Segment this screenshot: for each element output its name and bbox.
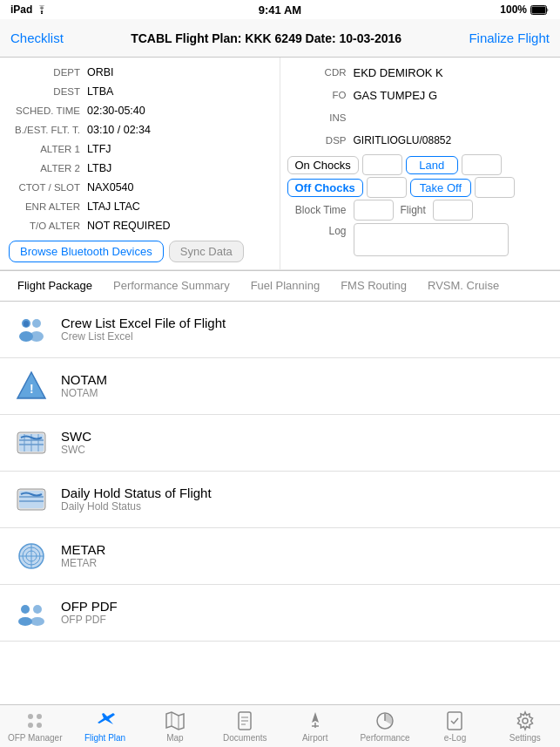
dept-label: DEPT — [9, 67, 87, 78]
list-item-metar[interactable]: METAR METAR — [0, 528, 560, 585]
battery-icon — [530, 5, 550, 15]
off-chocks-time-input[interactable] — [367, 177, 407, 198]
metar-title: METAR — [61, 542, 105, 557]
tabbar-performance-label: Performance — [360, 733, 409, 743]
tabbar-documents-label: Documents — [223, 733, 267, 743]
bluetooth-row: Browse Bluetooth Devices Sync Data — [9, 241, 271, 262]
notam-icon: ! — [12, 367, 51, 405]
cdr-value: EKD DEMIROK K — [354, 66, 443, 79]
list-item-crew-list[interactable]: Crew List Excel File of Flight Crew List… — [0, 302, 560, 358]
sync-data-button[interactable]: Sync Data — [169, 241, 244, 262]
best-label: B./EST. FLT. T. — [9, 125, 87, 135]
svg-point-35 — [37, 723, 42, 728]
plane-icon — [95, 710, 116, 731]
tab-fuel-planning[interactable]: Fuel Planning — [240, 272, 331, 299]
metar-icon — [12, 537, 51, 575]
land-time-input[interactable] — [462, 154, 502, 175]
tabbar-airport[interactable]: Airport — [280, 710, 350, 743]
browse-bluetooth-button[interactable]: Browse Bluetooth Devices — [9, 241, 164, 262]
tabbar-performance[interactable]: Performance — [350, 710, 420, 743]
tabbar-map[interactable]: Map — [140, 710, 210, 743]
dept-row: DEPT ORBI — [9, 63, 271, 82]
status-bar-left: iPad — [10, 3, 48, 16]
notam-title: NOTAM — [61, 372, 107, 387]
notam-text: NOTAM NOTAM — [61, 372, 107, 399]
take-off-time-input[interactable] — [475, 177, 515, 198]
ins-label: INS — [287, 112, 350, 123]
list-item-ofp-pdf[interactable]: OFP PDF OFP PDF — [0, 585, 560, 642]
svg-text:!: ! — [30, 382, 34, 396]
tab-flight-package[interactable]: Flight Package — [7, 272, 103, 299]
list-item-notam[interactable]: ! NOTAM NOTAM — [0, 358, 560, 415]
tabbar-map-label: Map — [166, 733, 183, 743]
block-time-input[interactable] — [354, 200, 394, 221]
tab-fms-routing[interactable]: FMS Routing — [330, 272, 417, 299]
svg-rect-2 — [532, 6, 546, 13]
status-bar: iPad 9:41 AM 100% — [0, 0, 560, 19]
map-icon — [165, 710, 186, 731]
svg-point-4 — [32, 319, 41, 328]
status-bar-time: 9:41 AM — [259, 3, 301, 17]
finalize-flight-button[interactable]: Finalize Flight — [469, 31, 550, 45]
tabbar-ofp-manager[interactable]: OFP Manager — [0, 710, 70, 743]
off-chocks-button[interactable]: Off Chocks — [287, 179, 363, 197]
tabs-row: Flight Package Performance Summary Fuel … — [0, 271, 560, 302]
list-item-swc[interactable]: SWC SWC — [0, 415, 560, 472]
checklist-button[interactable]: Checklist — [10, 31, 64, 45]
svg-point-31 — [30, 617, 44, 626]
tabbar-documents[interactable]: Documents — [210, 710, 280, 743]
ins-row: INS — [287, 106, 554, 129]
ofp-pdf-subtitle: OFP PDF — [61, 614, 118, 626]
take-off-button[interactable]: Take Off — [410, 179, 471, 197]
list-item-daily-hold[interactable]: Daily Hold Status of Flight Daily Hold S… — [0, 472, 560, 528]
svg-point-32 — [28, 714, 33, 719]
on-chocks-row: On Chocks Land — [287, 153, 554, 176]
cdr-row: CDR EKD DEMIROK K — [287, 61, 554, 84]
wifi-icon — [36, 5, 48, 14]
nav-title: TCABL Flight Plan: KKK 6249 Date: 10-03-… — [131, 31, 401, 45]
daily-hold-text: Daily Hold Status of Flight Daily Hold S… — [61, 486, 212, 513]
log-label: Log — [287, 223, 350, 237]
tabbar-settings[interactable]: Settings — [490, 710, 560, 743]
tabbar-flight-plan[interactable]: Flight Plan — [70, 710, 139, 743]
notam-subtitle: NOTAM — [61, 387, 107, 399]
svg-point-48 — [523, 718, 528, 723]
on-chocks-time-input[interactable] — [362, 154, 402, 175]
log-row: Log — [287, 223, 554, 256]
svg-point-6 — [30, 331, 44, 342]
to-alter-label: T/O ALTER — [9, 221, 87, 231]
daily-hold-subtitle: Daily Hold Status — [61, 500, 212, 513]
land-button[interactable]: Land — [406, 156, 458, 174]
flight-time-input[interactable] — [433, 200, 473, 221]
right-flight-info: CDR EKD DEMIROK K FO GAS TUMPEJ G INS DS… — [280, 58, 561, 269]
off-chocks-row: Off Chocks Take Off — [287, 176, 554, 199]
tabbar-airport-label: Airport — [302, 733, 327, 743]
on-chocks-button[interactable]: On Chocks — [287, 156, 359, 174]
fo-value: GAS TUMPEJ G — [354, 89, 438, 102]
best-value: 03:10 / 02:34 — [87, 124, 151, 136]
dsp-value: GIRITLIOGLU/08852 — [354, 134, 452, 146]
sched-row: SCHED. TIME 02:30-05:40 — [9, 101, 271, 120]
dest-label: DEST — [9, 86, 87, 97]
crew-list-subtitle: Crew List Excel — [61, 330, 226, 343]
device-label: iPad — [10, 3, 32, 16]
svg-point-0 — [41, 12, 43, 14]
svg-point-8 — [24, 321, 29, 326]
fo-row: FO GAS TUMPEJ G — [287, 84, 554, 106]
svg-point-28 — [21, 605, 30, 614]
dsp-row: DSP GIRITLIOGLU/08852 — [287, 129, 554, 152]
tabbar-elog[interactable]: e-Log — [420, 710, 489, 743]
ofp-pdf-title: OFP PDF — [61, 599, 118, 614]
tabbar-settings-label: Settings — [509, 733, 541, 743]
tab-performance-summary[interactable]: Performance Summary — [103, 272, 240, 299]
top-panel: DEPT ORBI DEST LTBA SCHED. TIME 02:30-05… — [0, 58, 560, 271]
swc-subtitle: SWC — [61, 444, 91, 456]
best-row: B./EST. FLT. T. 03:10 / 02:34 — [9, 120, 271, 139]
log-input[interactable] — [354, 223, 509, 256]
tab-rvsm-cruise[interactable]: RVSM. Cruise — [417, 272, 509, 299]
chart-icon — [374, 710, 395, 731]
crew-list-icon — [12, 310, 51, 349]
daily-hold-icon — [12, 480, 51, 519]
left-flight-info: DEPT ORBI DEST LTBA SCHED. TIME 02:30-05… — [0, 58, 280, 269]
tabbar-elog-label: e-Log — [444, 733, 467, 743]
